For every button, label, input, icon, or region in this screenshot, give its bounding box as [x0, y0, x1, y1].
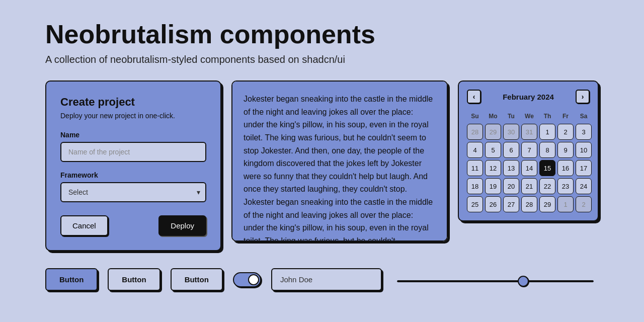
calendar-day[interactable]: 22 [539, 178, 555, 194]
calendar-day[interactable]: 26 [485, 196, 501, 212]
bottom-row: Button Button Button [45, 268, 599, 291]
button-primary-1[interactable]: Button [45, 268, 98, 291]
create-project-card: Create project Deploy your new project i… [45, 80, 221, 251]
calendar-next-button[interactable]: › [576, 90, 590, 104]
calendar-day[interactable]: 9 [557, 142, 574, 158]
calendar-day[interactable]: 30 [503, 124, 519, 140]
calendar-day[interactable]: 2 [557, 124, 574, 140]
calendar-day[interactable]: 24 [576, 178, 592, 194]
calendar-day[interactable]: 13 [503, 160, 519, 176]
framework-label: Framework [60, 171, 206, 179]
slider-wrapper [392, 275, 599, 284]
calendar-day[interactable]: 1 [557, 196, 574, 212]
user-name-input[interactable] [271, 268, 382, 291]
button-outline-2[interactable]: Button [108, 268, 160, 291]
calendar-day[interactable]: 27 [503, 196, 519, 212]
calendar-day[interactable]: 20 [503, 178, 519, 194]
calendar-month-title: February 2024 [503, 93, 554, 101]
calendar-day[interactable]: 7 [521, 142, 537, 158]
calendar-day-header: Tu [503, 111, 519, 122]
calendar-grid: SuMoTuWeThFrSa28293031123456789101112131… [467, 111, 590, 212]
cancel-button[interactable]: Cancel [60, 215, 108, 236]
button-outline-3[interactable]: Button [171, 268, 223, 291]
calendar-day[interactable]: 14 [521, 160, 537, 176]
calendar-day-header: Su [467, 111, 483, 122]
calendar-day[interactable]: 19 [485, 178, 501, 194]
calendar-day-header: Mo [485, 111, 501, 122]
calendar-day[interactable]: 16 [557, 160, 574, 176]
calendar-day[interactable]: 4 [467, 142, 483, 158]
calendar-day[interactable]: 25 [467, 196, 483, 212]
name-label: Name [60, 131, 206, 139]
calendar-day[interactable]: 15 [539, 160, 555, 176]
deploy-button[interactable]: Deploy [158, 215, 206, 236]
framework-select-wrapper: Select Next.js SvelteKit Astro Nuxt.js ▾ [60, 182, 206, 202]
slider-input[interactable] [397, 280, 594, 282]
calendar-day[interactable]: 17 [576, 160, 592, 176]
calendar-day[interactable]: 1 [539, 124, 555, 140]
toggle-switch[interactable] [233, 272, 261, 287]
calendar-day[interactable]: 10 [576, 142, 592, 158]
text-scroll-card[interactable]: Jokester began sneaking into the castle … [231, 80, 448, 242]
calendar-day[interactable]: 5 [485, 142, 501, 158]
calendar-day[interactable]: 18 [467, 178, 483, 194]
page-wrapper: Neobrutalism components A collection of … [0, 0, 644, 311]
calendar-header: ‹ February 2024 › [467, 90, 590, 104]
calendar-card: ‹ February 2024 › SuMoTuWeThFrSa28293031… [458, 80, 599, 221]
calendar-day[interactable]: 3 [576, 124, 592, 140]
calendar-day-header: Sa [576, 111, 592, 122]
components-row: Create project Deploy your new project i… [45, 80, 599, 251]
calendar-day[interactable]: 23 [557, 178, 574, 194]
calendar-day-header: Fr [557, 111, 574, 122]
scroll-text-content: Jokester began sneaking into the castle … [244, 93, 436, 242]
create-project-title: Create project [60, 96, 206, 109]
framework-select[interactable]: Select Next.js SvelteKit Astro Nuxt.js [60, 182, 206, 202]
project-name-input[interactable] [60, 142, 206, 162]
calendar-day[interactable]: 11 [467, 160, 483, 176]
toggle-track [233, 272, 261, 287]
calendar-day[interactable]: 29 [539, 196, 555, 212]
calendar-day[interactable]: 21 [521, 178, 537, 194]
page-title: Neobrutalism components [45, 20, 599, 49]
calendar-day[interactable]: 28 [467, 124, 483, 140]
calendar-day[interactable]: 12 [485, 160, 501, 176]
calendar-day[interactable]: 2 [576, 196, 592, 212]
calendar-day[interactable]: 6 [503, 142, 519, 158]
create-project-description: Deploy your new project in one-click. [60, 112, 206, 120]
calendar-day-header: Th [539, 111, 555, 122]
toggle-thumb [248, 274, 259, 285]
calendar-day-header: We [521, 111, 537, 122]
form-buttons: Cancel Deploy [60, 215, 206, 236]
calendar-day[interactable]: 8 [539, 142, 555, 158]
calendar-prev-button[interactable]: ‹ [467, 90, 481, 104]
calendar-day[interactable]: 28 [521, 196, 537, 212]
page-subtitle: A collection of neobrutalism-styled comp… [45, 54, 599, 65]
calendar-day[interactable]: 31 [521, 124, 537, 140]
calendar-day[interactable]: 29 [485, 124, 501, 140]
